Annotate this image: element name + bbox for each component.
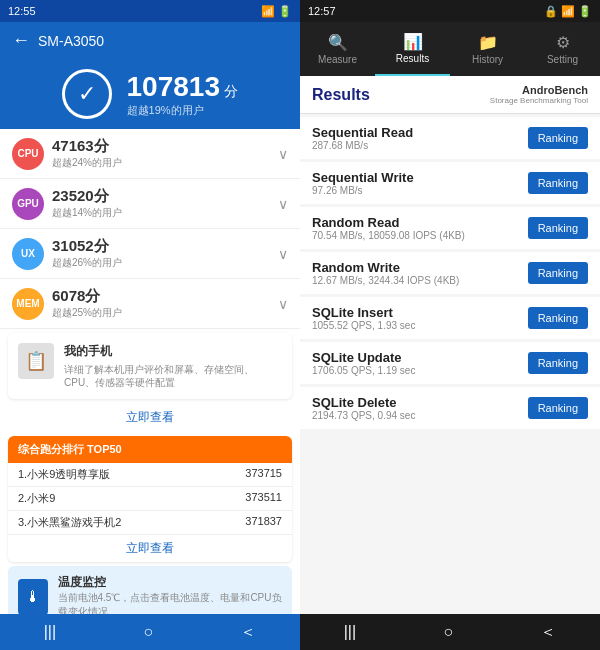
cpu-score: 47163分: [52, 137, 278, 156]
ranking-link[interactable]: 立即查看: [8, 535, 292, 562]
metric-gpu[interactable]: GPU 23520分 超越14%的用户 ∨: [0, 179, 300, 229]
tab-history-label: History: [472, 54, 503, 65]
ranking-score-1: 373715: [245, 467, 282, 482]
phone-card-link[interactable]: 立即查看: [0, 403, 300, 432]
ranking-header: 综合跑分排行 TOP50: [8, 436, 292, 463]
right-nav-back-icon[interactable]: ＜: [540, 622, 556, 643]
right-tabs: 🔍 Measure 📊 Results 📁 History ⚙ Setting: [300, 22, 600, 76]
ux-chevron-icon: ∨: [278, 246, 288, 262]
ux-sub: 超越26%的用户: [52, 256, 278, 270]
sqlite-delete-ranking-button[interactable]: Ranking: [528, 397, 588, 419]
cpu-content: 47163分 超越24%的用户: [52, 137, 278, 170]
ranking-row-2: 2.小米9 373511: [8, 487, 292, 511]
right-nav-home-icon[interactable]: ○: [443, 623, 453, 641]
left-status-icons: 📶 🔋: [261, 5, 292, 18]
setting-icon: ⚙: [556, 33, 570, 52]
score-info: 107813 分 超越19%的用户: [127, 71, 239, 118]
ranking-title: 综合跑分排行 TOP50: [18, 443, 122, 455]
right-panel: 12:57 🔒 📶 🔋 🔍 Measure 📊 Results 📁 Histor…: [300, 0, 600, 650]
metric-mem[interactable]: MEM 6078分 超越25%的用户 ∨: [0, 279, 300, 329]
metrics-list: CPU 47163分 超越24%的用户 ∨ GPU 23520分 超越14%的用…: [0, 129, 300, 614]
results-title: Results: [312, 86, 370, 104]
result-rand-read-title: Random Read: [312, 215, 465, 230]
cpu-sub: 超越24%的用户: [52, 156, 278, 170]
score-display: 107813 分: [127, 71, 239, 103]
back-button[interactable]: ←: [12, 30, 30, 51]
score-checkmark: ✓: [62, 69, 112, 119]
ranking-row-1: 1.小米9透明尊享版 373715: [8, 463, 292, 487]
temp-desc: 当前电池4.5℃，点击查看电池温度、电量和CPU负载变化情况: [58, 591, 283, 614]
result-rand-read-info: Random Read 70.54 MB/s, 18059.08 IOPS (4…: [312, 215, 465, 241]
phone-card-icon: 📋: [18, 343, 54, 379]
rand-read-ranking-button[interactable]: Ranking: [528, 217, 588, 239]
left-nav-bar: ||| ○ ＜: [0, 614, 300, 650]
device-name: SM-A3050: [38, 33, 104, 49]
ranking-score-2: 373511: [245, 491, 282, 506]
left-panel: 12:55 📶 🔋 ← SM-A3050 ✓ 107813 分 超越19%的用户…: [0, 0, 300, 650]
result-random-write: Random Write 12.67 MB/s, 3244.34 IOPS (4…: [300, 252, 600, 294]
seq-read-ranking-button[interactable]: Ranking: [528, 127, 588, 149]
left-header: ← SM-A3050: [0, 22, 300, 59]
seq-write-ranking-button[interactable]: Ranking: [528, 172, 588, 194]
right-nav-bar: ||| ○ ＜: [300, 614, 600, 650]
ranking-row-3: 3.小米黑鲨游戏手机2 371837: [8, 511, 292, 535]
cpu-badge: CPU: [12, 138, 44, 170]
androbench-logo: AndroBench Storage Benchmarking Tool: [490, 84, 588, 105]
result-sqlite-update: SQLite Update 1706.05 QPS, 1.19 sec Rank…: [300, 342, 600, 384]
result-seq-write-title: Sequential Write: [312, 170, 414, 185]
result-seq-read-title: Sequential Read: [312, 125, 413, 140]
result-sqlite-delete-info: SQLite Delete 2194.73 QPS, 0.94 sec: [312, 395, 415, 421]
result-sequential-write: Sequential Write 97.26 MB/s Ranking: [300, 162, 600, 204]
right-status-icons: 🔒 📶 🔋: [544, 5, 592, 18]
score-value: 107813: [127, 71, 220, 102]
logo-sub: Storage Benchmarking Tool: [490, 96, 588, 105]
right-nav-menu-icon[interactable]: |||: [344, 623, 356, 641]
result-sqlite-update-info: SQLite Update 1706.05 QPS, 1.19 sec: [312, 350, 415, 376]
temp-card: 🌡 温度监控 当前电池4.5℃，点击查看电池温度、电量和CPU负载变化情况: [8, 566, 292, 614]
result-sqlite-update-title: SQLite Update: [312, 350, 415, 365]
left-nav-back-icon[interactable]: ＜: [240, 622, 256, 643]
sqlite-insert-ranking-button[interactable]: Ranking: [528, 307, 588, 329]
ux-content: 31052分 超越26%的用户: [52, 237, 278, 270]
results-icon: 📊: [403, 32, 423, 51]
tab-results[interactable]: 📊 Results: [375, 22, 450, 76]
result-sqlite-insert-title: SQLite Insert: [312, 305, 415, 320]
result-seq-write-info: Sequential Write 97.26 MB/s: [312, 170, 414, 196]
result-rand-write-title: Random Write: [312, 260, 459, 275]
left-status-bar: 12:55 📶 🔋: [0, 0, 300, 22]
metric-cpu[interactable]: CPU 47163分 超越24%的用户 ∨: [0, 129, 300, 179]
result-sqlite-insert: SQLite Insert 1055.52 QPS, 1.93 sec Rank…: [300, 297, 600, 339]
tab-results-label: Results: [396, 53, 429, 64]
right-time: 12:57: [308, 5, 336, 17]
result-sqlite-update-detail: 1706.05 QPS, 1.19 sec: [312, 365, 415, 376]
result-random-read: Random Read 70.54 MB/s, 18059.08 IOPS (4…: [300, 207, 600, 249]
right-status-bar: 12:57 🔒 📶 🔋: [300, 0, 600, 22]
result-seq-read-detail: 287.68 MB/s: [312, 140, 413, 151]
left-time: 12:55: [8, 5, 36, 17]
left-nav-home-icon[interactable]: ○: [143, 623, 153, 641]
temp-text: 温度监控 当前电池4.5℃，点击查看电池温度、电量和CPU负载变化情况: [58, 574, 283, 614]
temp-title: 温度监控: [58, 574, 283, 591]
phone-card-desc: 详细了解本机用户评价和屏幕、存储空间、CPU、传感器等硬件配置: [64, 363, 282, 389]
mem-badge: MEM: [12, 288, 44, 320]
left-nav-menu-icon[interactable]: |||: [44, 623, 56, 641]
gpu-chevron-icon: ∨: [278, 196, 288, 212]
score-unit: 分: [224, 83, 238, 99]
tab-history[interactable]: 📁 History: [450, 22, 525, 76]
result-rand-write-info: Random Write 12.67 MB/s, 3244.34 IOPS (4…: [312, 260, 459, 286]
tab-setting[interactable]: ⚙ Setting: [525, 22, 600, 76]
rand-write-ranking-button[interactable]: Ranking: [528, 262, 588, 284]
ranking-card: 综合跑分排行 TOP50 1.小米9透明尊享版 373715 2.小米9 373…: [8, 436, 292, 562]
result-sqlite-insert-info: SQLite Insert 1055.52 QPS, 1.93 sec: [312, 305, 415, 331]
sqlite-update-ranking-button[interactable]: Ranking: [528, 352, 588, 374]
metric-ux[interactable]: UX 31052分 超越26%的用户 ∨: [0, 229, 300, 279]
mem-content: 6078分 超越25%的用户: [52, 287, 278, 320]
ranking-score-3: 371837: [245, 515, 282, 530]
ranking-name-1: 1.小米9透明尊享版: [18, 467, 110, 482]
history-icon: 📁: [478, 33, 498, 52]
result-seq-read-info: Sequential Read 287.68 MB/s: [312, 125, 413, 151]
gpu-score: 23520分: [52, 187, 278, 206]
tab-measure[interactable]: 🔍 Measure: [300, 22, 375, 76]
score-section: ✓ 107813 分 超越19%的用户: [0, 59, 300, 129]
result-sqlite-delete-detail: 2194.73 QPS, 0.94 sec: [312, 410, 415, 421]
